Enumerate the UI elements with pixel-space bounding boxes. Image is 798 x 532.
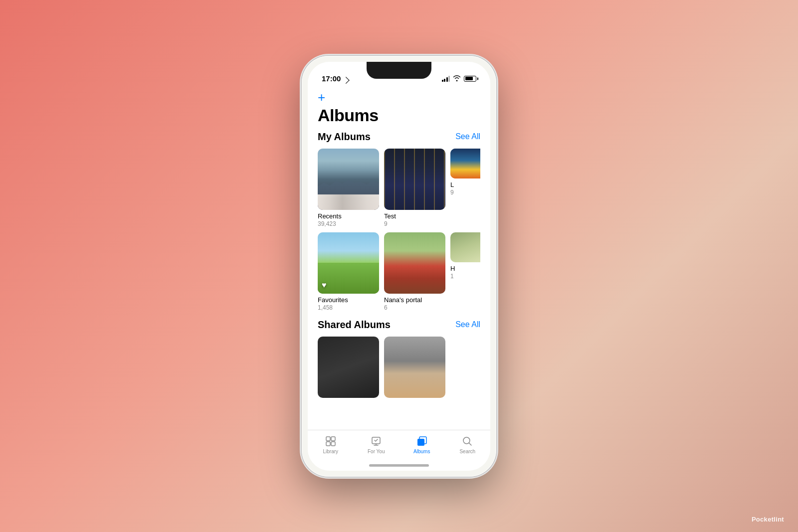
tab-for-you[interactable]: For You bbox=[354, 435, 399, 454]
album-test-thumb bbox=[384, 149, 445, 210]
heart-icon: ♥ bbox=[322, 281, 327, 290]
album-third-thumb bbox=[450, 149, 480, 178]
svg-rect-5 bbox=[417, 439, 424, 446]
shared-album-1-thumb bbox=[318, 337, 379, 398]
album-favourites[interactable]: ♥ Favourites 1,458 bbox=[318, 232, 379, 311]
content-area[interactable]: + Albums My Albums See All bbox=[308, 87, 490, 430]
album-third-count: 9 bbox=[450, 189, 480, 196]
phone-device: 17:00 bbox=[302, 56, 496, 477]
library-icon bbox=[325, 435, 337, 447]
album-favourites-thumb: ♥ bbox=[318, 232, 379, 294]
album-h-thumb bbox=[450, 232, 480, 262]
album-test-name: Test bbox=[384, 212, 445, 220]
shared-album-2-thumb bbox=[384, 337, 445, 398]
album-recents-thumb bbox=[318, 149, 379, 210]
watermark-text: Pocketlint bbox=[752, 516, 784, 523]
album-recents[interactable]: Recents 39,423 bbox=[318, 149, 379, 227]
location-icon bbox=[343, 76, 350, 83]
phone-frame: 17:00 bbox=[302, 56, 496, 477]
shared-album-1[interactable] bbox=[318, 337, 379, 398]
page-title: Albums bbox=[308, 104, 490, 131]
battery-icon bbox=[464, 76, 476, 82]
album-recents-count: 39,423 bbox=[318, 220, 379, 227]
album-nana-thumb bbox=[384, 232, 445, 294]
tab-search-label: Search bbox=[459, 449, 475, 454]
home-indicator bbox=[369, 464, 429, 467]
my-albums-grid: Recents 39,423 Test 9 bbox=[318, 149, 480, 311]
my-albums-see-all[interactable]: See All bbox=[455, 132, 480, 141]
shared-albums-section: Shared Albums See All bbox=[308, 319, 490, 398]
shared-albums-see-all[interactable]: See All bbox=[455, 320, 480, 329]
album-test[interactable]: Test 9 bbox=[384, 149, 445, 227]
top-bar: + bbox=[308, 87, 490, 104]
svg-rect-1 bbox=[331, 437, 335, 441]
wifi-icon bbox=[453, 75, 461, 83]
album-nana-name: Nana's portal bbox=[384, 296, 445, 304]
status-time: 17:00 bbox=[322, 74, 341, 83]
album-test-count: 9 bbox=[384, 220, 445, 227]
album-h-name: H bbox=[450, 265, 480, 272]
my-albums-section: My Albums See All Recents 39,423 bbox=[308, 131, 490, 311]
album-h[interactable]: H 1 bbox=[450, 232, 480, 311]
watermark: Pocketlint bbox=[752, 516, 784, 523]
album-third-name: L bbox=[450, 181, 480, 188]
tab-albums[interactable]: Albums bbox=[399, 435, 445, 454]
album-favourites-name: Favourites bbox=[318, 296, 379, 304]
album-nana[interactable]: Nana's portal 6 bbox=[384, 232, 445, 311]
tab-for-you-label: For You bbox=[368, 449, 385, 454]
shared-albums-grid bbox=[318, 337, 480, 398]
album-h-count: 1 bbox=[450, 273, 480, 280]
my-albums-header: My Albums See All bbox=[318, 131, 480, 143]
for-you-icon bbox=[370, 435, 382, 447]
phone-screen: 17:00 bbox=[308, 62, 490, 471]
album-nana-count: 6 bbox=[384, 304, 445, 311]
svg-rect-0 bbox=[326, 437, 330, 441]
tab-search[interactable]: Search bbox=[445, 435, 491, 454]
notch bbox=[367, 62, 431, 79]
shared-album-2[interactable] bbox=[384, 337, 445, 398]
albums-icon bbox=[416, 435, 428, 447]
shared-albums-header: Shared Albums See All bbox=[318, 319, 480, 331]
svg-rect-2 bbox=[326, 442, 330, 446]
tab-library[interactable]: Library bbox=[308, 435, 354, 454]
shared-albums-title: Shared Albums bbox=[318, 319, 391, 331]
add-album-button[interactable]: + bbox=[318, 91, 325, 104]
status-icons bbox=[442, 75, 477, 83]
my-albums-title: My Albums bbox=[318, 131, 371, 143]
tab-library-label: Library bbox=[323, 449, 338, 454]
search-icon bbox=[461, 435, 473, 447]
tab-albums-label: Albums bbox=[413, 449, 430, 454]
album-favourites-count: 1,458 bbox=[318, 304, 379, 311]
svg-rect-3 bbox=[331, 442, 335, 446]
signal-icon bbox=[442, 76, 450, 82]
album-recents-name: Recents bbox=[318, 212, 379, 220]
album-third[interactable]: L 9 bbox=[450, 149, 480, 227]
